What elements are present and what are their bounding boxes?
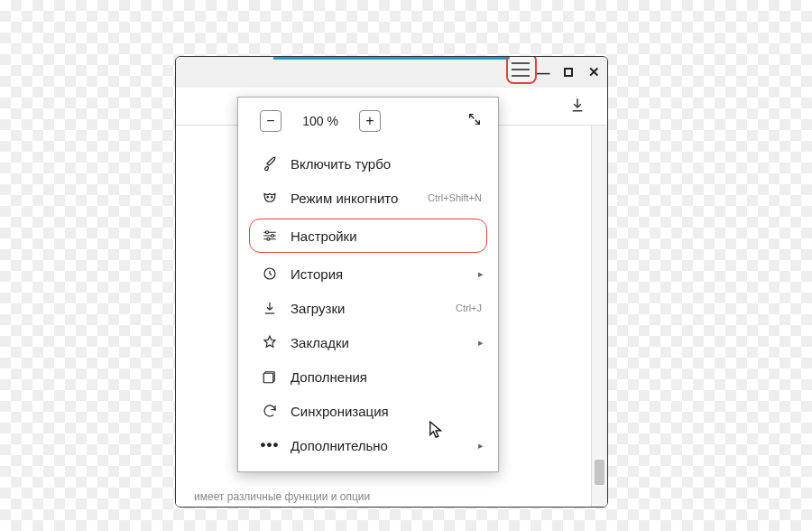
menu-item-label: Дополнительно xyxy=(291,438,482,453)
vertical-scrollbar[interactable] xyxy=(591,126,607,507)
menu-item-label: Синхронизация xyxy=(291,404,482,419)
menu-item-turbo[interactable]: Включить турбо xyxy=(238,146,498,181)
menu-item-settings[interactable]: Настройки xyxy=(238,219,498,253)
zoom-out-button[interactable]: − xyxy=(260,110,281,132)
main-menu-dropdown: − 100 % + Включить турбо Р xyxy=(237,97,499,472)
svg-point-2 xyxy=(266,231,269,234)
submenu-arrow-icon: ▸ xyxy=(478,268,484,280)
maximize-button[interactable] xyxy=(560,64,577,80)
svg-point-4 xyxy=(267,238,270,240)
window-titlebar: — ✕ xyxy=(176,57,607,88)
star-icon xyxy=(260,334,280,350)
menu-item-shortcut: Ctrl+J xyxy=(456,303,482,313)
menu-item-label: История xyxy=(291,266,482,282)
menu-item-incognito[interactable]: Режим инкогнито Ctrl+Shift+N xyxy=(238,181,498,215)
menu-item-addons[interactable]: Дополнения xyxy=(238,359,498,394)
menu-item-bookmarks[interactable]: Закладки ▸ xyxy=(238,325,498,359)
minimize-button[interactable]: — xyxy=(535,64,551,80)
submenu-arrow-icon: ▸ xyxy=(478,440,484,452)
addons-icon xyxy=(260,368,280,385)
menu-item-label: Включить турбо xyxy=(291,156,482,172)
more-icon: ••• xyxy=(260,436,280,454)
scrollbar-thumb[interactable] xyxy=(595,460,604,485)
menu-item-label: Настройки xyxy=(291,228,482,244)
svg-point-3 xyxy=(272,235,274,238)
menu-item-label: Загрузки xyxy=(291,301,456,316)
rocket-icon xyxy=(260,155,280,172)
downloads-button[interactable] xyxy=(569,97,586,117)
close-button[interactable]: ✕ xyxy=(586,64,602,80)
submenu-arrow-icon: ▸ xyxy=(478,337,484,349)
zoom-level: 100 % xyxy=(298,114,343,128)
menu-item-shortcut: Ctrl+Shift+N xyxy=(428,192,482,203)
window-controls: — ✕ xyxy=(535,64,602,80)
zoom-in-button[interactable]: + xyxy=(359,110,381,132)
sliders-icon xyxy=(260,228,280,244)
menu-items: Включить турбо Режим инкогнито Ctrl+Shif… xyxy=(238,141,498,471)
svg-point-0 xyxy=(267,197,269,199)
screenshot-frame: — ✕ имеет различные функции и опции − 1 xyxy=(175,56,608,508)
menu-item-history[interactable]: История ▸ xyxy=(238,256,498,291)
download-icon xyxy=(260,300,280,316)
zoom-controls: − 100 % + xyxy=(238,98,498,141)
sync-icon xyxy=(260,403,280,419)
svg-rect-7 xyxy=(263,373,273,383)
menu-item-more[interactable]: ••• Дополнительно ▸ xyxy=(238,428,498,462)
page-text-fragment: имеет различные функции и опции xyxy=(194,490,370,503)
menu-item-label: Дополнения xyxy=(291,369,482,385)
menu-item-sync[interactable]: Синхронизация xyxy=(238,394,498,428)
fullscreen-button[interactable] xyxy=(467,112,482,130)
menu-item-label: Закладки xyxy=(291,335,482,350)
menu-item-label: Режим инкогнито xyxy=(291,191,428,206)
mask-icon xyxy=(260,190,280,206)
maximize-icon xyxy=(564,68,573,77)
menu-button[interactable] xyxy=(512,62,530,77)
svg-point-1 xyxy=(272,197,273,199)
menu-item-downloads[interactable]: Загрузки Ctrl+J xyxy=(238,291,498,325)
history-icon xyxy=(260,266,280,282)
